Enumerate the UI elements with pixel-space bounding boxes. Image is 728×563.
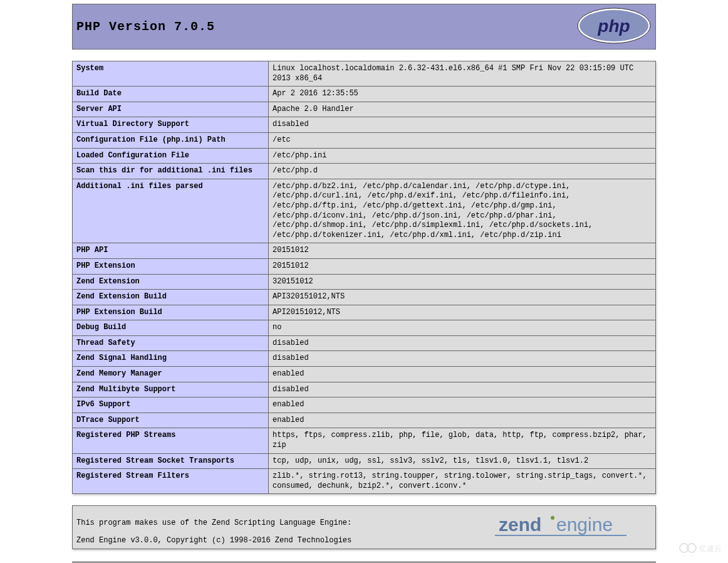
row-value: /etc/php.ini: [269, 148, 656, 164]
table-row: Registered Stream Socket Transportstcp, …: [73, 453, 656, 469]
zend-engine-text: This program makes use of the Zend Scrip…: [76, 510, 351, 545]
table-row: PHP Extension20151012: [73, 258, 656, 274]
svg-point-4: [551, 516, 554, 520]
row-value: Linux localhost.localdomain 2.6.32-431.e…: [269, 61, 656, 87]
row-label: Additional .ini files parsed: [73, 179, 269, 243]
watermark-icon: 亿速云: [678, 540, 723, 558]
svg-text:php: php: [597, 16, 630, 36]
table-row: Registered PHP Streamshttps, ftps, compr…: [73, 428, 656, 453]
svg-text:亿速云: 亿速云: [699, 544, 722, 553]
row-label: Server API: [73, 102, 269, 117]
table-row: Registered Stream Filterszlib.*, string.…: [73, 469, 656, 494]
svg-text:zend: zend: [499, 514, 541, 535]
row-label: Zend Multibyte Support: [73, 382, 269, 397]
row-label: PHP Extension Build: [73, 305, 269, 320]
table-row: Scan this dir for additional .ini files/…: [73, 164, 656, 179]
row-label: Debug Build: [73, 320, 269, 336]
phpinfo-table: SystemLinux localhost.localdomain 2.6.32…: [72, 61, 656, 494]
row-label: Build Date: [73, 87, 269, 102]
row-value: 20151012: [269, 243, 656, 259]
table-row: Loaded Configuration File/etc/php.ini: [73, 148, 656, 164]
row-value: enabled: [269, 397, 656, 413]
row-value: API320151012,NTS: [269, 290, 656, 305]
table-row: Zend Memory Managerenabled: [73, 367, 656, 382]
row-value: tcp, udp, unix, udg, ssl, sslv3, sslv2, …: [269, 453, 656, 469]
page-title: PHP Version 7.0.5: [76, 19, 215, 34]
row-label: PHP Extension: [73, 258, 269, 274]
row-label: Zend Extension: [73, 274, 269, 290]
row-value: disabled: [269, 351, 656, 367]
row-value: /etc: [269, 132, 656, 148]
table-row: IPv6 Supportenabled: [73, 397, 656, 413]
row-label: DTrace Support: [73, 413, 269, 428]
row-value: 20151012: [269, 258, 656, 274]
row-value: disabled: [269, 382, 656, 397]
row-value: 320151012: [269, 274, 656, 290]
table-row: DTrace Supportenabled: [73, 413, 656, 428]
table-row: Additional .ini files parsed/etc/php.d/b…: [73, 179, 656, 243]
table-row: SystemLinux localhost.localdomain 2.6.32…: [73, 61, 656, 87]
row-value: API20151012,NTS: [269, 305, 656, 320]
table-row: Zend Signal Handlingdisabled: [73, 351, 656, 367]
table-row: Virtual Directory Supportdisabled: [73, 117, 656, 133]
table-row: Server APIApache 2.0 Handler: [73, 102, 656, 117]
svg-text:engine: engine: [556, 514, 613, 535]
row-label: Scan this dir for additional .ini files: [73, 164, 269, 179]
table-row: Zend Multibyte Supportdisabled: [73, 382, 656, 397]
row-value: enabled: [269, 413, 656, 428]
row-label: Loaded Configuration File: [73, 148, 269, 164]
row-value: disabled: [269, 117, 656, 133]
row-label: Registered Stream Socket Transports: [73, 453, 269, 469]
row-label: Registered Stream Filters: [73, 469, 269, 494]
row-value: no: [269, 320, 656, 336]
table-row: Zend Extension BuildAPI320151012,NTS: [73, 290, 656, 305]
php-header: PHP Version 7.0.5 php: [72, 4, 656, 50]
row-label: PHP API: [73, 243, 269, 259]
row-value: zlib.*, string.rot13, string.toupper, st…: [269, 469, 656, 494]
row-label: Registered PHP Streams: [73, 428, 269, 453]
row-label: IPv6 Support: [73, 397, 269, 413]
table-row: PHP API20151012: [73, 243, 656, 259]
row-value: enabled: [269, 367, 656, 382]
zend-engine-box: This program makes use of the Zend Scrip…: [72, 505, 656, 549]
row-label: Thread Safety: [73, 335, 269, 351]
row-label: Zend Extension Build: [73, 290, 269, 305]
svg-rect-6: [495, 535, 627, 536]
zend-engine-logo-icon: zend engine: [495, 510, 652, 542]
table-row: PHP Extension BuildAPI20151012,NTS: [73, 305, 656, 320]
row-value: Apr 2 2016 12:35:55: [269, 87, 656, 102]
table-row: Build DateApr 2 2016 12:35:55: [73, 87, 656, 102]
separator: [72, 562, 656, 562]
row-value: https, ftps, compress.zlib, php, file, g…: [269, 428, 656, 453]
php-logo-icon: php: [576, 7, 652, 47]
table-row: Thread Safetydisabled: [73, 335, 656, 351]
row-label: Zend Signal Handling: [73, 351, 269, 367]
table-row: Zend Extension320151012: [73, 274, 656, 290]
table-row: Debug Buildno: [73, 320, 656, 336]
row-label: Zend Memory Manager: [73, 367, 269, 382]
row-value: Apache 2.0 Handler: [269, 102, 656, 117]
row-value: /etc/php.d: [269, 164, 656, 179]
row-label: Configuration File (php.ini) Path: [73, 132, 269, 148]
row-label: System: [73, 61, 269, 87]
row-value: disabled: [269, 335, 656, 351]
row-label: Virtual Directory Support: [73, 117, 269, 133]
table-row: Configuration File (php.ini) Path/etc: [73, 132, 656, 148]
row-value: /etc/php.d/bz2.ini, /etc/php.d/calendar.…: [269, 179, 656, 243]
